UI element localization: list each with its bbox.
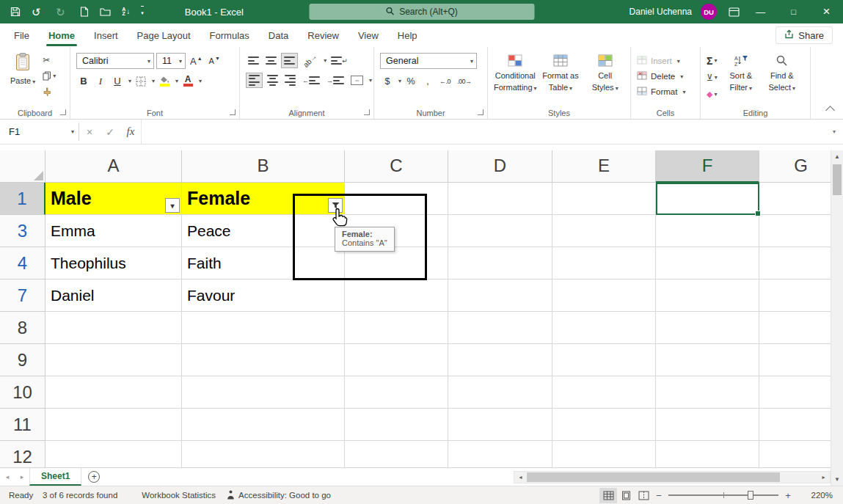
page-break-view-icon[interactable]	[635, 488, 652, 503]
cell-F10[interactable]	[656, 376, 759, 409]
cell-A4[interactable]: Theophilus	[45, 247, 182, 280]
currency-format-button[interactable]: $	[380, 73, 395, 89]
horizontal-scrollbar-thumb[interactable]	[527, 472, 780, 482]
cell-A1[interactable]: Male▾	[45, 183, 182, 215]
cell-B1[interactable]: Female	[182, 183, 345, 215]
underline-button[interactable]: U	[110, 73, 125, 89]
cell-A11[interactable]	[45, 409, 182, 441]
enter-icon[interactable]: ✓	[100, 120, 120, 144]
autosum-button[interactable]: Σ▾	[707, 54, 718, 67]
cell-C9[interactable]	[345, 344, 448, 376]
bold-button[interactable]: B	[76, 73, 91, 89]
cell-C10[interactable]	[345, 376, 448, 409]
align-right-button[interactable]	[282, 73, 298, 88]
italic-button[interactable]: I	[93, 73, 108, 89]
borders-button[interactable]	[134, 73, 148, 89]
cell-C12[interactable]	[345, 441, 448, 467]
copy-button[interactable]: ▾	[43, 70, 56, 82]
insert-function-icon[interactable]: fx	[120, 120, 141, 144]
cell-D12[interactable]	[448, 441, 552, 467]
cell-B12[interactable]	[182, 441, 345, 467]
cell-C11[interactable]	[345, 409, 448, 441]
sort-filter-button[interactable]: AZ Sort & Filter▾	[722, 51, 760, 92]
cell-D4[interactable]	[448, 247, 552, 280]
maximize-button[interactable]: □	[777, 0, 810, 23]
row-header-9[interactable]: 9	[0, 344, 45, 376]
cell-D1[interactable]	[448, 183, 552, 215]
scroll-down-icon[interactable]: ▼	[831, 473, 843, 486]
row-header-1[interactable]: 1	[0, 183, 45, 215]
cell-D3[interactable]	[448, 215, 552, 247]
cell-A3[interactable]: Emma	[45, 215, 182, 247]
alignment-dialog-launcher[interactable]	[364, 109, 370, 115]
scroll-up-icon[interactable]: ▲	[831, 150, 843, 163]
row-header-7[interactable]: 7	[0, 280, 45, 312]
filter-applied-female[interactable]	[328, 198, 343, 213]
delete-cells-button[interactable]: Delete▾	[637, 71, 685, 81]
workbook-statistics[interactable]: Workbook Statistics	[142, 491, 216, 500]
find-select-button[interactable]: Find & Select▾	[763, 51, 801, 92]
format-cells-button[interactable]: Format▾	[637, 87, 685, 97]
zoom-out-button[interactable]: −	[652, 490, 665, 501]
cell-styles-button[interactable]: Cell Styles▾	[584, 51, 626, 92]
comma-format-button[interactable]: ,	[420, 73, 435, 89]
accessibility-status[interactable]: Accessibility: Good to go	[227, 490, 331, 501]
align-center-button[interactable]	[265, 73, 280, 88]
vertical-scrollbar[interactable]: ▲ ▼	[831, 150, 843, 486]
row-header-12[interactable]: 12	[0, 441, 45, 467]
tab-page-layout[interactable]: Page Layout	[128, 23, 200, 47]
column-header-F[interactable]: F	[656, 150, 759, 183]
cell-F4[interactable]	[656, 247, 759, 280]
save-icon[interactable]	[10, 6, 21, 18]
sheet-nav-left-icon[interactable]: ◂	[0, 468, 15, 486]
decrease-decimal-button[interactable]: .00→	[455, 73, 474, 89]
align-top-button[interactable]	[246, 53, 261, 68]
redo-button[interactable]: ↻▾	[56, 6, 69, 18]
cell-E10[interactable]	[552, 376, 656, 409]
cell-E3[interactable]	[552, 215, 656, 247]
tab-home[interactable]: Home	[39, 23, 84, 47]
cell-A7[interactable]: Daniel	[45, 280, 182, 312]
increase-font-size-button[interactable]: A▲	[188, 54, 205, 69]
cell-E4[interactable]	[552, 247, 656, 280]
formula-input[interactable]	[141, 120, 825, 144]
font-size-select[interactable]: 11▾	[156, 53, 186, 69]
clipboard-dialog-launcher[interactable]	[60, 109, 66, 115]
column-header-C[interactable]: C	[345, 150, 448, 183]
wrap-text-button[interactable]: ↵	[329, 53, 350, 68]
scroll-left-icon[interactable]: ◂	[514, 472, 527, 483]
cell-B11[interactable]	[182, 409, 345, 441]
cell-F9[interactable]	[656, 344, 759, 376]
ribbon-display-options-icon[interactable]	[729, 7, 740, 17]
cell-F8[interactable]	[656, 312, 759, 344]
cell-F11[interactable]	[656, 409, 759, 441]
decrease-indent-button[interactable]: ←	[300, 73, 322, 88]
number-dialog-launcher[interactable]	[478, 109, 483, 115]
column-header-D[interactable]: D	[448, 150, 552, 183]
cell-A12[interactable]	[45, 441, 182, 467]
sheet-tab-sheet1[interactable]: Sheet1	[29, 468, 81, 486]
cell-E7[interactable]	[552, 280, 656, 312]
cell-C7[interactable]	[345, 280, 448, 312]
cell-B4[interactable]: Faith	[182, 247, 345, 280]
paste-button[interactable]: Paste▾	[6, 51, 40, 87]
share-button[interactable]: Share	[776, 26, 833, 44]
tab-review[interactable]: Review	[298, 23, 348, 47]
vertical-scrollbar-thumb[interactable]	[833, 164, 842, 195]
search-box[interactable]: Search (Alt+Q)	[309, 4, 534, 20]
cut-button[interactable]: ✂	[43, 54, 56, 66]
tab-help[interactable]: Help	[388, 23, 427, 47]
cell-B10[interactable]	[182, 376, 345, 409]
cell-A9[interactable]	[45, 344, 182, 376]
sheet-nav-right-icon[interactable]: ▸	[15, 468, 29, 486]
cell-E8[interactable]	[552, 312, 656, 344]
font-name-select[interactable]: Calibri▾	[76, 53, 154, 69]
increase-indent-button[interactable]: →	[324, 73, 346, 88]
merge-center-button[interactable]: ⇔	[348, 73, 365, 88]
increase-decimal-button[interactable]: ←.0	[437, 73, 453, 89]
customize-toolbar-icon[interactable]: ▾	[141, 6, 144, 18]
cancel-icon[interactable]: ×	[79, 120, 100, 144]
tab-file[interactable]: File	[4, 23, 39, 47]
cell-D8[interactable]	[448, 312, 552, 344]
zoom-level[interactable]: 220%	[802, 491, 833, 500]
